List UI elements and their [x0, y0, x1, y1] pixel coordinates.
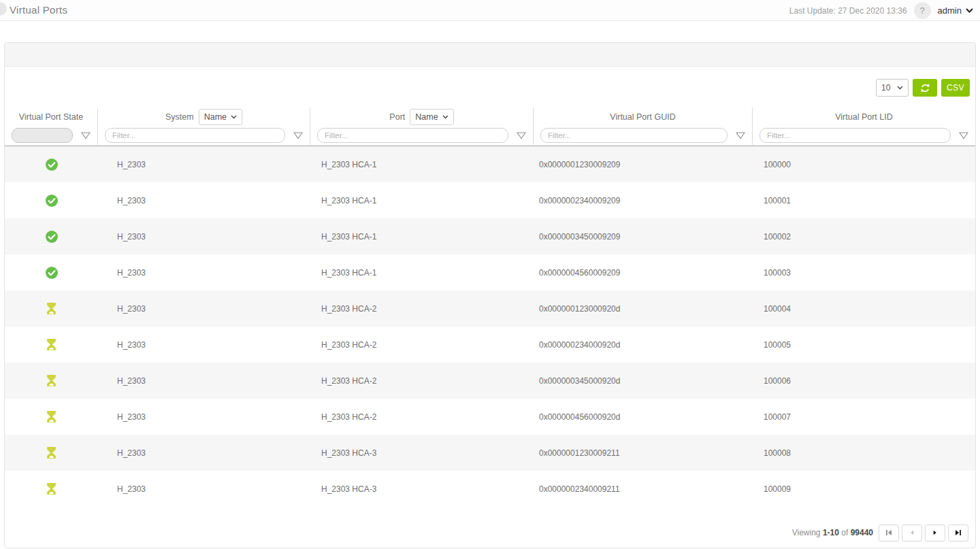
viewing-total: 99440	[851, 528, 873, 537]
user-name: admin	[938, 5, 962, 16]
system-cell: H_2303	[98, 471, 310, 507]
system-cell: H_2303	[98, 218, 310, 254]
system-cell: H_2303	[98, 399, 310, 435]
viewing-summary: Viewing 1-10 of 99440	[792, 528, 873, 537]
lid-cell: 100004	[753, 290, 975, 327]
lid-cell: 100000	[753, 146, 975, 182]
guid-cell: 0x0000002340009211	[534, 471, 753, 507]
edge-decoration	[0, 2, 7, 16]
table-row[interactable]: H_2303 H_2303 HCA-2 0x000000345000920d 1…	[5, 363, 975, 399]
funnel-icon	[81, 132, 91, 139]
column-header-port: Port Name	[310, 107, 534, 126]
state-cell	[5, 290, 98, 327]
last-update-label: Last Update: 27 Dec 2020 13:36	[789, 6, 907, 16]
guid-cell: 0x0000001230009209	[534, 146, 753, 182]
lid-cell: 100009	[753, 471, 975, 507]
guid-cell: 0x000000456000920d	[534, 399, 753, 435]
hourglass-icon	[46, 447, 56, 459]
top-bar: Virtual Ports Last Update: 27 Dec 2020 1…	[0, 0, 980, 21]
state-cell	[5, 254, 98, 290]
state-cell	[5, 435, 98, 471]
check-circle-icon	[46, 159, 58, 171]
port-cell: H_2303 HCA-1	[310, 254, 534, 290]
state-cell	[5, 327, 98, 363]
virtual-ports-panel: 10 CSV Virtual Port State System Name Po	[4, 42, 976, 548]
port-cell: H_2303 HCA-2	[310, 363, 534, 399]
system-cell: H_2303	[98, 254, 310, 290]
filter-funnel-button[interactable]	[293, 132, 303, 139]
state-cell	[5, 218, 98, 254]
state-cell	[5, 182, 98, 218]
table-row[interactable]: H_2303 H_2303 HCA-2 0x000000123000920d 1…	[5, 290, 975, 327]
system-cell: H_2303	[98, 146, 310, 182]
table-row[interactable]: H_2303 H_2303 HCA-2 0x000000456000920d 1…	[5, 399, 975, 435]
filter-funnel-button[interactable]	[81, 132, 91, 139]
next-page-icon	[931, 529, 939, 537]
table-footer: Viewing 1-10 of 99440	[5, 518, 975, 548]
lid-cell: 100008	[753, 435, 975, 471]
table-row[interactable]: H_2303 H_2303 HCA-3 0x0000001230009211 1…	[5, 435, 975, 471]
user-menu[interactable]: admin	[938, 5, 973, 16]
filter-funnel-button[interactable]	[959, 132, 968, 139]
table-row[interactable]: H_2303 H_2303 HCA-1 0x0000002340009209 1…	[5, 182, 975, 218]
table-toolbar: 10 CSV	[5, 67, 975, 103]
column-header-lid: Virtual Port LID	[753, 107, 975, 126]
funnel-icon	[293, 132, 303, 139]
help-button[interactable]: ?	[914, 2, 931, 19]
page-size-select[interactable]: 10	[876, 79, 909, 97]
lid-filter-input[interactable]	[760, 128, 951, 143]
system-filter-input[interactable]	[105, 128, 285, 143]
column-header-guid: Virtual Port GUID	[534, 107, 753, 126]
table-row[interactable]: H_2303 H_2303 HCA-2 0x000000234000920d 1…	[5, 327, 975, 363]
filter-funnel-button[interactable]	[517, 132, 526, 139]
system-cell: H_2303	[98, 327, 310, 363]
filter-cell-guid	[534, 126, 753, 145]
first-page-icon	[885, 529, 893, 537]
guid-filter-input[interactable]	[540, 128, 728, 143]
system-cell: H_2303	[98, 290, 310, 327]
csv-export-button[interactable]: CSV	[941, 79, 970, 97]
table-body: H_2303 H_2303 HCA-1 0x0000001230009209 1…	[5, 146, 975, 507]
table-row[interactable]: H_2303 H_2303 HCA-1 0x0000004560009209 1…	[5, 254, 975, 290]
guid-cell: 0x000000123000920d	[534, 290, 753, 327]
system-field-select[interactable]: Name	[199, 109, 242, 125]
last-page-button[interactable]	[948, 525, 968, 542]
system-cell: H_2303	[98, 363, 310, 399]
table-row[interactable]: H_2303 H_2303 HCA-1 0x0000001230009209 1…	[5, 146, 975, 182]
state-cell	[5, 399, 98, 435]
funnel-icon	[517, 132, 526, 139]
next-page-button[interactable]	[925, 525, 945, 542]
guid-cell: 0x0000003450009209	[534, 218, 753, 254]
hourglass-icon	[46, 483, 56, 495]
column-header-system: System Name	[98, 107, 310, 126]
filter-cell-state	[5, 126, 98, 145]
port-cell: H_2303 HCA-3	[310, 471, 534, 507]
filter-cell-system	[98, 126, 310, 145]
filter-cell-port	[310, 126, 534, 145]
filter-funnel-button[interactable]	[736, 132, 745, 139]
chevron-down-icon	[231, 115, 237, 119]
hourglass-icon	[46, 375, 56, 386]
chevron-down-icon	[897, 86, 903, 90]
port-cell: H_2303 HCA-1	[310, 146, 534, 182]
funnel-icon	[959, 132, 968, 139]
panel-header-strip	[5, 43, 975, 67]
state-cell	[5, 471, 98, 507]
table-row[interactable]: H_2303 H_2303 HCA-3 0x0000002340009211 1…	[5, 471, 975, 507]
port-field-select[interactable]: Name	[410, 109, 453, 125]
refresh-icon	[919, 82, 931, 94]
state-filter-input	[12, 128, 73, 143]
refresh-button[interactable]	[913, 79, 937, 97]
guid-cell: 0x0000002340009209	[534, 182, 753, 218]
first-page-button	[879, 525, 899, 542]
lid-cell: 100001	[753, 182, 975, 218]
port-filter-input[interactable]	[317, 128, 508, 143]
hourglass-icon	[46, 411, 56, 422]
table-row[interactable]: H_2303 H_2303 HCA-1 0x0000003450009209 1…	[5, 218, 975, 254]
column-header-state: Virtual Port State	[5, 107, 98, 126]
guid-cell: 0x000000345000920d	[534, 363, 753, 399]
table-header-row: Virtual Port State System Name Port Name…	[5, 107, 975, 126]
port-cell: H_2303 HCA-1	[310, 182, 534, 218]
check-circle-icon	[46, 267, 58, 279]
check-circle-icon	[46, 231, 58, 243]
